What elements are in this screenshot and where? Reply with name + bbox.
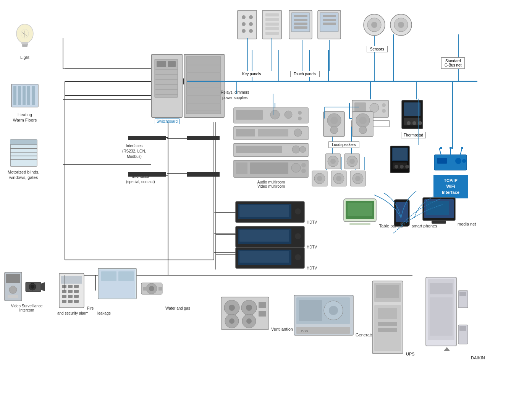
video-surveillance-label: Video SurveillanceIntercom: [4, 304, 50, 312]
svg-point-152: [317, 176, 322, 181]
svg-rect-175: [239, 230, 289, 242]
interface-block-2: [187, 136, 220, 140]
svg-rect-111: [404, 102, 420, 116]
small-speaker-2-icon: [344, 153, 361, 170]
small-speaker-4-icon: [330, 170, 348, 187]
radiator-icon: [10, 80, 40, 111]
water-gas-item: Water and gasleakage: [97, 268, 190, 316]
thermostat-device-item: [390, 145, 411, 175]
svg-point-114: [412, 121, 416, 125]
svg-point-165: [461, 147, 463, 149]
switchboard-label: Switchboard: [155, 119, 179, 124]
amp-rack-icon: [233, 159, 309, 179]
svg-point-101: [371, 22, 377, 28]
svg-point-80: [242, 29, 246, 33]
svg-rect-247: [378, 328, 397, 332]
svg-rect-45: [18, 86, 21, 105]
audio-receiver-icon: [233, 107, 309, 124]
svg-point-261: [395, 165, 398, 169]
light-bulb-icon: [11, 23, 38, 54]
media-net-label: media net: [458, 222, 476, 226]
svg-point-129: [300, 146, 306, 153]
generator-icon: P770: [293, 294, 354, 336]
blinds-label: Motorized blinds,windows, gates: [8, 169, 39, 180]
svg-rect-97: [323, 19, 336, 21]
svg-rect-216: [101, 271, 116, 281]
touch-panels-label: Touch panels: [290, 71, 320, 77]
svg-point-194: [9, 286, 17, 294]
svg-rect-206: [68, 290, 73, 293]
svg-rect-44: [13, 86, 16, 105]
speaker-large-left-icon: [323, 111, 346, 138]
daikin-icon: [424, 275, 470, 359]
ups-label: UPS: [406, 352, 415, 356]
svg-point-149: [349, 159, 355, 164]
svg-point-229: [229, 318, 234, 324]
svg-rect-85: [265, 23, 279, 26]
svg-rect-210: [74, 295, 79, 298]
fire-alarm-icon: [57, 271, 86, 310]
svg-point-139: [330, 126, 338, 134]
hdtv-3-item: HDTV: [235, 247, 317, 271]
svg-rect-48: [32, 86, 35, 105]
svg-point-109: [382, 109, 386, 113]
svg-rect-59: [168, 61, 176, 67]
loudspeakers-label: Loudspeakers: [328, 141, 359, 148]
svg-point-164: [450, 147, 452, 149]
hdtv-2-item: HDTV: [235, 226, 317, 250]
svg-point-79: [249, 22, 253, 26]
svg-point-146: [330, 159, 336, 164]
svg-rect-237: [299, 300, 322, 321]
svg-rect-232: [259, 302, 266, 308]
svg-point-135: [301, 169, 306, 173]
blinds-item: Motorized blinds,windows, gates: [8, 138, 39, 180]
svg-rect-84: [265, 18, 279, 21]
svg-point-227: [246, 305, 252, 311]
svg-rect-55: [10, 140, 37, 144]
svg-rect-38: [22, 44, 28, 45]
small-speaker-1-icon: [325, 153, 342, 170]
svg-rect-250: [430, 283, 453, 294]
svg-point-125: [294, 129, 302, 136]
thermostat-icon: [401, 99, 424, 130]
svg-point-133: [291, 163, 301, 172]
svg-rect-253: [459, 292, 466, 296]
audio-video-area: Audio multiroomVideo multiroom: [233, 107, 309, 188]
svg-point-262: [400, 165, 404, 169]
standard-cbus-label: StandardC-Bus net: [441, 57, 465, 69]
svg-rect-195: [8, 295, 18, 298]
light-item: Light: [11, 23, 38, 60]
svg-rect-217: [118, 271, 134, 281]
svg-point-220: [149, 286, 154, 291]
svg-point-158: [355, 176, 361, 181]
interfaces-rs-label: Interfaces(RS232, LON,Modbus): [122, 143, 146, 159]
svg-point-168: [462, 159, 466, 163]
svg-rect-131: [236, 162, 247, 174]
svg-rect-87: [265, 32, 279, 35]
daikin-label: DAIKIN: [471, 356, 485, 360]
daikin-item: DAIKIN: [424, 275, 485, 360]
svg-point-119: [285, 111, 292, 119]
svg-point-108: [382, 103, 386, 107]
svg-rect-222: [158, 287, 162, 291]
svg-point-176: [295, 233, 301, 239]
svg-point-239: [329, 306, 338, 315]
touch-panel-2-icon: [317, 10, 342, 40]
svg-point-172: [295, 208, 301, 214]
ups-item: UPS: [370, 279, 415, 357]
svg-rect-132: [250, 162, 288, 174]
svg-text:P770: P770: [301, 329, 308, 333]
relays-label: Relays, dimmerspower supplies: [221, 90, 249, 101]
svg-rect-127: [236, 146, 282, 153]
sensor-2-icon: [390, 13, 412, 36]
svg-rect-245: [378, 308, 397, 319]
water-gas-icon: [97, 268, 164, 310]
svg-marker-199: [41, 282, 45, 291]
sensor-1-icon: [363, 13, 386, 36]
svg-rect-39: [22, 45, 27, 47]
svg-rect-221: [143, 287, 149, 291]
svg-rect-208: [62, 295, 66, 298]
svg-rect-93: [294, 26, 307, 29]
key-panel-2-icon: [262, 10, 283, 40]
svg-rect-123: [236, 129, 255, 136]
